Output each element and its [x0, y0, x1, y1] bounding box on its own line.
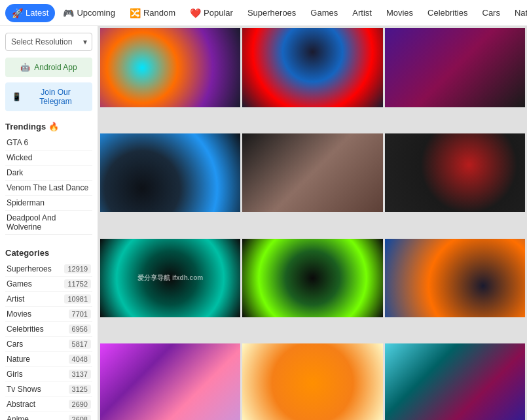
category-count: 5817: [69, 340, 91, 349]
category-count: 10981: [64, 294, 91, 304]
nav-item-label-random: Random: [143, 8, 175, 18]
telegram-icon: 📱: [12, 92, 22, 101]
nav-item-nature[interactable]: Nature: [508, 4, 527, 22]
android-app-button[interactable]: 🤖 Android App: [5, 58, 92, 77]
category-name: Anime: [7, 415, 29, 420]
category-item[interactable]: Anime2608: [5, 412, 92, 420]
wallpaper-background: [100, 343, 240, 420]
popular-icon: ❤️: [190, 8, 201, 18]
category-count: 7701: [69, 309, 91, 319]
nav-item-label-games: Games: [310, 8, 338, 18]
category-name: Artist: [7, 294, 24, 304]
trending-item[interactable]: Venom The Last Dance: [5, 181, 92, 196]
trending-item[interactable]: Spiderman: [5, 196, 92, 211]
wallpaper-background: [385, 133, 525, 213]
nav-item-label-movies: Movies: [386, 8, 413, 18]
category-count: 6956: [69, 324, 91, 334]
wallpaper-item[interactable]: [242, 133, 382, 213]
category-count: 2608: [69, 415, 91, 420]
upcoming-icon: 🎮: [63, 8, 74, 18]
category-count: 4048: [69, 355, 91, 364]
wallpaper-item[interactable]: [242, 239, 382, 318]
category-item[interactable]: Abstract2690: [5, 397, 92, 412]
category-count: 3137: [69, 370, 91, 379]
nav-item-label-nature: Nature: [515, 8, 527, 18]
nav-item-label-cars: Cars: [482, 8, 500, 18]
category-name: Cars: [7, 340, 23, 349]
wallpaper-item[interactable]: [385, 343, 525, 420]
trending-item[interactable]: Wicked: [5, 150, 92, 166]
category-item[interactable]: Nature4048: [5, 352, 92, 367]
wallpaper-item[interactable]: [385, 239, 525, 318]
wallpaper-item[interactable]: 爱分享导航 ifxdh.com: [100, 239, 240, 318]
wallpaper-background: [385, 239, 525, 318]
nav-item-superheroes[interactable]: Superheroes: [241, 4, 302, 22]
nav-item-label-artist: Artist: [352, 8, 372, 18]
category-item[interactable]: Games11752: [5, 277, 92, 292]
nav-item-random[interactable]: 🔀Random: [123, 4, 182, 22]
category-name: Girls: [7, 370, 23, 379]
category-item[interactable]: Celebrities6956: [5, 322, 92, 337]
wallpaper-item[interactable]: [242, 343, 382, 420]
category-name: Celebrities: [7, 324, 44, 334]
wallpaper-item[interactable]: [100, 133, 240, 213]
categories-list: Superheroes12919Games11752Artist10981Mov…: [5, 262, 92, 420]
watermark: 爱分享导航 ifxdh.com: [137, 273, 203, 283]
wallpaper-item[interactable]: [385, 28, 525, 107]
nav-item-upcoming[interactable]: 🎮Upcoming: [56, 4, 122, 22]
category-item[interactable]: Tv Shows3125: [5, 382, 92, 397]
trending-item[interactable]: Deadpool And Wolverine: [5, 211, 92, 235]
resolution-select[interactable]: Select Resolution: [5, 33, 92, 51]
wallpaper-background: [100, 133, 240, 213]
wallpaper-background: [242, 343, 382, 420]
trending-item[interactable]: GTA 6: [5, 135, 92, 150]
category-name: Movies: [7, 309, 31, 319]
wallpaper-grid: 爱分享导航 ifxdh.com: [98, 26, 527, 420]
category-item[interactable]: Artist10981: [5, 292, 92, 307]
android-app-label: Android App: [34, 63, 77, 72]
category-name: Abstract: [7, 400, 35, 409]
sidebar: Select Resolution 🤖 Android App 📱 Join O…: [0, 26, 98, 420]
nav-item-label-superheroes: Superheroes: [247, 8, 296, 18]
telegram-label: Join Our Telegram: [26, 88, 86, 106]
nav-item-latest[interactable]: 🚀Latest: [5, 4, 55, 22]
main-layout: Select Resolution 🤖 Android App 📱 Join O…: [0, 26, 527, 420]
nav-item-games[interactable]: Games: [304, 4, 344, 22]
nav-item-label-popular: Popular: [204, 8, 233, 18]
category-name: Tv Shows: [7, 385, 41, 394]
category-item[interactable]: Girls3137: [5, 367, 92, 382]
random-icon: 🔀: [130, 8, 141, 18]
wallpaper-item[interactable]: [385, 133, 525, 213]
nav-item-popular[interactable]: ❤️Popular: [183, 4, 240, 22]
trending-item[interactable]: Dark: [5, 166, 92, 181]
wallpaper-item[interactable]: [242, 28, 382, 107]
category-item[interactable]: Cars5817: [5, 337, 92, 352]
category-name: Nature: [7, 355, 30, 364]
category-item[interactable]: Superheroes12919: [5, 262, 92, 277]
wallpaper-item[interactable]: [100, 343, 240, 420]
wallpaper-background: [100, 28, 240, 107]
wallpaper-item[interactable]: [100, 28, 240, 107]
resolution-select-wrapper: Select Resolution: [5, 33, 92, 51]
android-icon: 🤖: [20, 63, 30, 72]
category-count: 3125: [69, 385, 91, 394]
wallpaper-background: [385, 28, 525, 107]
categories-label: Categories: [5, 248, 49, 258]
category-name: Games: [7, 279, 32, 289]
nav-item-cars[interactable]: Cars: [476, 4, 507, 22]
telegram-button[interactable]: 📱 Join Our Telegram: [5, 82, 92, 111]
category-item[interactable]: Movies7701: [5, 307, 92, 322]
nav-item-movies[interactable]: Movies: [380, 4, 420, 22]
nav-item-celebrities[interactable]: Celebrities: [421, 4, 474, 22]
wallpaper-background: [242, 133, 382, 213]
category-name: Superheroes: [7, 264, 52, 273]
nav-item-label-latest: Latest: [26, 8, 48, 18]
category-count: 2690: [69, 400, 91, 409]
category-count: 12919: [64, 264, 91, 273]
nav-item-artist[interactable]: Artist: [346, 4, 378, 22]
wallpaper-background: [242, 239, 382, 318]
top-navigation: 🚀Latest🎮Upcoming🔀Random❤️PopularSuperher…: [0, 0, 527, 26]
trendings-section-title: Trendings 🔥: [5, 116, 92, 135]
nav-item-label-upcoming: Upcoming: [77, 8, 115, 18]
trendings-label: Trendings: [5, 122, 46, 131]
